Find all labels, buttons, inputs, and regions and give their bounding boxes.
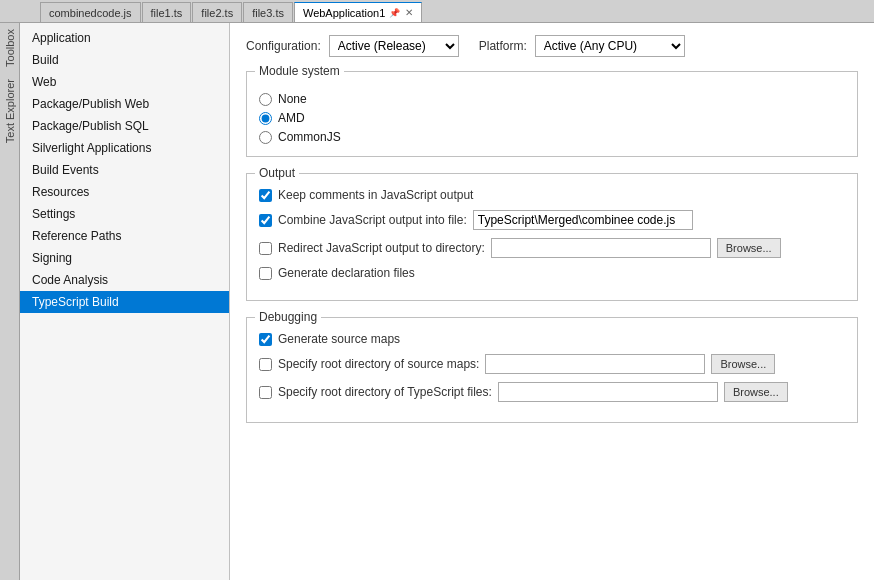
- module-system-title: Module system: [255, 64, 344, 78]
- tab-label: file1.ts: [151, 7, 183, 19]
- specify-root-source-checkbox[interactable]: [259, 358, 272, 371]
- nav-item-settings[interactable]: Settings: [20, 203, 229, 225]
- nav-item-package-web[interactable]: Package/Publish Web: [20, 93, 229, 115]
- debugging-gen-sourcemaps-row: Generate source maps: [259, 332, 845, 346]
- nav-item-build[interactable]: Build: [20, 49, 229, 71]
- module-system-section: Module system None AMD CommonJS: [246, 71, 858, 157]
- gen-decl-checkbox[interactable]: [259, 267, 272, 280]
- specify-root-ts-browse-button[interactable]: Browse...: [724, 382, 788, 402]
- gen-decl-label[interactable]: Generate declaration files: [278, 266, 415, 280]
- debugging-title: Debugging: [255, 310, 321, 324]
- nav-item-web[interactable]: Web: [20, 71, 229, 93]
- gen-sourcemaps-label[interactable]: Generate source maps: [278, 332, 400, 346]
- platform-select[interactable]: Active (Any CPU) Any CPU x86 x64: [535, 35, 685, 57]
- specify-root-source-label[interactable]: Specify root directory of source maps:: [278, 357, 479, 371]
- radio-commonjs-input[interactable]: [259, 131, 272, 144]
- radio-commonjs-label: CommonJS: [278, 130, 341, 144]
- radio-amd[interactable]: AMD: [259, 111, 845, 125]
- combine-js-input[interactable]: TypeScript\Merged\combinee code.js: [473, 210, 693, 230]
- nav-item-silverlight[interactable]: Silverlight Applications: [20, 137, 229, 159]
- radio-none-label: None: [278, 92, 307, 106]
- debugging-section: Debugging Generate source maps Specify r…: [246, 317, 858, 423]
- tab-file1[interactable]: file1.ts: [142, 2, 192, 22]
- keep-comments-checkbox[interactable]: [259, 189, 272, 202]
- configuration-label: Configuration:: [246, 39, 321, 53]
- tab-label: combinedcode.js: [49, 7, 132, 19]
- radio-amd-label: AMD: [278, 111, 305, 125]
- platform-label: Platform:: [479, 39, 527, 53]
- keep-comments-label[interactable]: Keep comments in JavaScript output: [278, 188, 473, 202]
- redirect-js-label[interactable]: Redirect JavaScript output to directory:: [278, 241, 485, 255]
- tab-webapp[interactable]: WebApplication1 📌 ✕: [294, 2, 422, 22]
- nav-item-resources[interactable]: Resources: [20, 181, 229, 203]
- specify-root-ts-label[interactable]: Specify root directory of TypeScript fil…: [278, 385, 492, 399]
- main-layout: Toolbox Text Explorer Application Build …: [0, 23, 874, 580]
- redirect-js-browse-button[interactable]: Browse...: [717, 238, 781, 258]
- tab-label: WebApplication1: [303, 7, 385, 19]
- specify-root-source-browse-button[interactable]: Browse...: [711, 354, 775, 374]
- specify-root-ts-input[interactable]: [498, 382, 718, 402]
- redirect-js-checkbox[interactable]: [259, 242, 272, 255]
- nav-item-code-analysis[interactable]: Code Analysis: [20, 269, 229, 291]
- radio-commonjs[interactable]: CommonJS: [259, 130, 845, 144]
- tab-label: file3.ts: [252, 7, 284, 19]
- radio-none-input[interactable]: [259, 93, 272, 106]
- debugging-specify-root-source-row: Specify root directory of source maps: B…: [259, 354, 845, 374]
- redirect-js-input[interactable]: [491, 238, 711, 258]
- specify-root-ts-checkbox[interactable]: [259, 386, 272, 399]
- module-system-radio-group: None AMD CommonJS: [259, 92, 845, 144]
- specify-root-source-input[interactable]: [485, 354, 705, 374]
- tab-bar: combinedcode.js file1.ts file2.ts file3.…: [0, 0, 874, 23]
- tab-close-icon[interactable]: ✕: [405, 7, 413, 18]
- nav-item-build-events[interactable]: Build Events: [20, 159, 229, 181]
- config-row: Configuration: Active (Release) Debug Re…: [246, 35, 858, 57]
- tab-label: file2.ts: [201, 7, 233, 19]
- content-area: Configuration: Active (Release) Debug Re…: [230, 23, 874, 580]
- combine-js-checkbox[interactable]: [259, 214, 272, 227]
- nav-panel: Application Build Web Package/Publish We…: [20, 23, 230, 580]
- nav-item-application[interactable]: Application: [20, 27, 229, 49]
- text-explorer-label: Text Explorer: [2, 73, 18, 149]
- output-gen-decl-row: Generate declaration files: [259, 266, 845, 280]
- radio-amd-input[interactable]: [259, 112, 272, 125]
- tab-file3[interactable]: file3.ts: [243, 2, 293, 22]
- output-section: Output Keep comments in JavaScript outpu…: [246, 173, 858, 301]
- debugging-specify-root-ts-row: Specify root directory of TypeScript fil…: [259, 382, 845, 402]
- output-title: Output: [255, 166, 299, 180]
- output-redirect-js-row: Redirect JavaScript output to directory:…: [259, 238, 845, 258]
- tab-file2[interactable]: file2.ts: [192, 2, 242, 22]
- output-combine-js-row: Combine JavaScript output into file: Typ…: [259, 210, 845, 230]
- nav-item-signing[interactable]: Signing: [20, 247, 229, 269]
- radio-none[interactable]: None: [259, 92, 845, 106]
- pin-icon: 📌: [389, 8, 400, 18]
- toolbox-sidebar: Toolbox Text Explorer: [0, 23, 20, 580]
- output-keep-comments-row: Keep comments in JavaScript output: [259, 188, 845, 202]
- nav-item-package-sql[interactable]: Package/Publish SQL: [20, 115, 229, 137]
- nav-item-typescript-build[interactable]: TypeScript Build: [20, 291, 229, 313]
- configuration-select[interactable]: Active (Release) Debug Release All Confi…: [329, 35, 459, 57]
- toolbox-label: Toolbox: [2, 23, 18, 73]
- tab-combinedcode[interactable]: combinedcode.js: [40, 2, 141, 22]
- nav-item-reference-paths[interactable]: Reference Paths: [20, 225, 229, 247]
- combine-js-label[interactable]: Combine JavaScript output into file:: [278, 213, 467, 227]
- gen-sourcemaps-checkbox[interactable]: [259, 333, 272, 346]
